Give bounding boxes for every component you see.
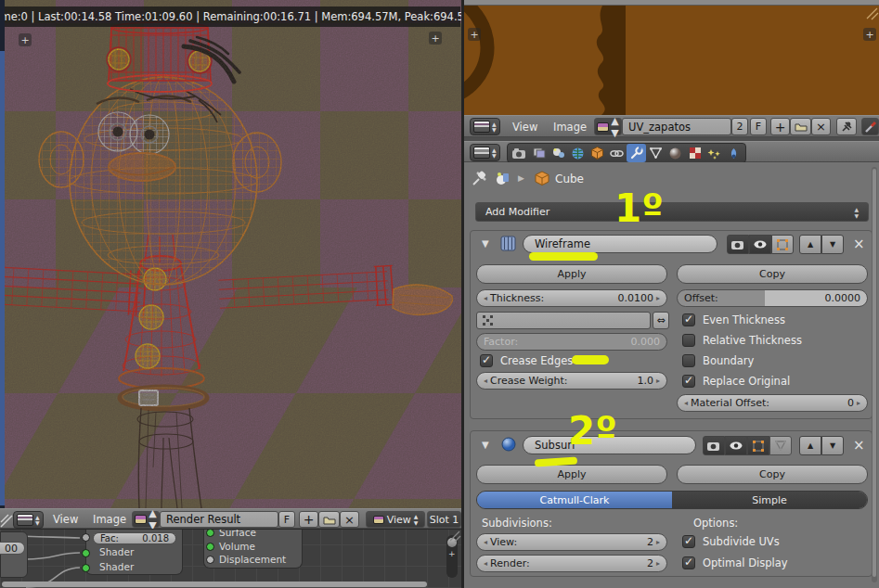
oncage-toggle[interactable] <box>769 436 792 455</box>
scrollbar-thumb[interactable] <box>873 169 876 577</box>
add-modifier-dropdown[interactable]: Add Modifier ▲▼ <box>475 202 869 222</box>
relative-thickness-row[interactable]: Relative Thickness <box>682 334 802 347</box>
decrement-arrow-icon[interactable]: ◂ <box>684 399 688 407</box>
node-value-field[interactable]: 00 <box>0 542 25 555</box>
open-image-button[interactable] <box>318 511 340 528</box>
corner-resize-icon[interactable] <box>0 511 13 528</box>
menu-image[interactable]: Image <box>93 509 126 530</box>
modifier-name-field[interactable]: Wireframe <box>523 235 717 253</box>
tab-render-layers[interactable] <box>529 144 549 162</box>
region-expand-plus-left[interactable]: + <box>19 33 32 46</box>
vertex-group-field[interactable] <box>476 312 651 329</box>
node-partial[interactable]: 00 <box>0 531 28 578</box>
decrement-arrow-icon[interactable]: ◂ <box>484 538 487 546</box>
region-expand-plus[interactable]: + <box>863 28 876 41</box>
apply-button[interactable]: Apply <box>476 264 667 284</box>
tab-scene[interactable] <box>549 144 568 162</box>
boundary-checkbox[interactable] <box>682 354 695 367</box>
render-subdivisions-slider[interactable]: ◂ Render: 2 ▸ <box>476 555 667 572</box>
fac-socket[interactable] <box>82 533 90 542</box>
node-material-output[interactable]: Surface Volume Displacement <box>203 530 303 569</box>
viewport-visibility-toggle[interactable] <box>725 436 747 455</box>
shader-socket[interactable] <box>82 564 90 572</box>
editor-type-button[interactable]: ▲▼ <box>470 144 500 161</box>
even-thickness-row[interactable]: Even Thickness <box>682 313 785 326</box>
region-expand-plus[interactable]: + <box>448 549 456 558</box>
invert-vertex-group-button[interactable]: ⇔ <box>653 312 669 329</box>
tab-modifiers[interactable] <box>627 144 646 162</box>
menu-view[interactable]: View <box>53 509 78 530</box>
editor-type-button[interactable]: ▲▼ <box>13 511 44 529</box>
tab-physics[interactable] <box>724 144 743 162</box>
properties-scrollbar[interactable] <box>872 167 877 582</box>
fake-user-button[interactable]: F <box>750 118 767 135</box>
menu-image[interactable]: Image <box>553 117 587 137</box>
delete-modifier-button[interactable]: × <box>853 236 865 252</box>
new-image-button[interactable]: + <box>299 511 318 528</box>
image-datablock-browse[interactable]: ▲▼ <box>594 118 622 135</box>
increment-arrow-icon[interactable]: ▸ <box>656 294 660 302</box>
expand-triangle-icon[interactable]: ▼ <box>482 238 489 249</box>
region-expand-plus[interactable]: + <box>468 28 481 41</box>
tab-object[interactable] <box>588 144 607 162</box>
menu-view[interactable]: View <box>512 117 537 137</box>
displacement-socket[interactable] <box>206 556 214 564</box>
view-subdivisions-slider[interactable]: ◂ View: 2 ▸ <box>476 533 667 551</box>
viewport-visibility-toggle[interactable] <box>749 235 771 254</box>
optimal-display-checkbox[interactable] <box>682 556 695 569</box>
corner-resize-icon[interactable] <box>863 6 879 21</box>
render-visibility-toggle[interactable] <box>703 436 725 455</box>
subdivide-uvs-checkbox[interactable] <box>682 535 695 548</box>
crease-weight-slider[interactable]: ◂ Crease Weight: 1.0 ▸ <box>476 372 667 390</box>
image-paint-button[interactable] <box>861 118 879 135</box>
copy-button[interactable]: Copy <box>677 465 868 484</box>
editmode-visibility-toggle[interactable] <box>771 235 794 254</box>
boundary-row[interactable]: Boundary <box>682 354 754 367</box>
tab-object-data[interactable] <box>646 144 666 162</box>
fac-slider[interactable]: Fac:0.018 <box>93 532 176 544</box>
increment-arrow-icon[interactable]: ▸ <box>656 559 660 568</box>
increment-arrow-icon[interactable]: ▸ <box>656 538 660 546</box>
crease-edges-checkbox-row[interactable]: Crease Edges <box>480 354 573 367</box>
volume-socket[interactable] <box>206 543 214 551</box>
editor-type-button[interactable]: ▲▼ <box>470 118 500 135</box>
factor-slider[interactable]: Factor: 0.000 <box>476 333 667 351</box>
tab-texture[interactable] <box>685 144 704 162</box>
fake-user-button[interactable]: F <box>278 511 295 528</box>
material-offset-slider[interactable]: ◂ Material Offset: 0 ▸ <box>677 394 868 412</box>
apply-button[interactable]: Apply <box>476 465 667 484</box>
optimal-display-row[interactable]: Optimal Display <box>682 556 788 569</box>
relative-thickness-checkbox[interactable] <box>682 334 695 347</box>
open-image-button[interactable] <box>790 118 811 135</box>
tab-render[interactable] <box>510 144 529 162</box>
left-scroll-strip[interactable] <box>0 0 5 508</box>
node-mix-shader[interactable]: Fac:0.018 Shader Shader <box>85 530 183 575</box>
tab-world[interactable] <box>568 144 588 162</box>
corner-resize-icon[interactable] <box>448 530 461 543</box>
crease-edges-checkbox[interactable] <box>480 354 493 367</box>
decrement-arrow-icon[interactable]: ◂ <box>484 294 487 302</box>
image-datablock-browse[interactable]: ▲▼ <box>132 511 160 528</box>
left-scroll-knob[interactable] <box>0 51 5 505</box>
object-icon[interactable] <box>496 171 511 185</box>
copy-button[interactable]: Copy <box>677 264 868 284</box>
thickness-slider[interactable]: ◂ Thickness: 0.0100 ▸ <box>476 289 667 307</box>
pin-icon[interactable] <box>472 170 488 186</box>
even-thickness-checkbox[interactable] <box>682 313 695 326</box>
move-down-button[interactable]: ▼ <box>821 235 844 254</box>
image-name-field[interactable]: UV_zapatos <box>622 118 731 135</box>
replace-original-checkbox[interactable] <box>682 375 695 388</box>
shader-socket[interactable] <box>82 549 90 557</box>
region-expand-plus-right[interactable]: + <box>429 32 442 45</box>
new-image-button[interactable]: + <box>770 118 790 135</box>
display-mode-dropdown[interactable]: View ▲▼ <box>366 511 425 528</box>
offset-slider[interactable]: Offset: 0.0000 <box>677 289 868 307</box>
node-hscrollbar[interactable] <box>2 582 427 587</box>
render-visibility-toggle[interactable] <box>727 235 749 254</box>
simple-button[interactable]: Simple <box>672 492 867 508</box>
decrement-arrow-icon[interactable]: ◂ <box>484 377 487 385</box>
tab-constraints[interactable] <box>607 144 627 162</box>
move-up-button[interactable]: ▲ <box>799 436 821 455</box>
replace-original-row[interactable]: Replace Original <box>682 375 790 388</box>
slot-button[interactable]: Slot 1 <box>427 511 461 528</box>
